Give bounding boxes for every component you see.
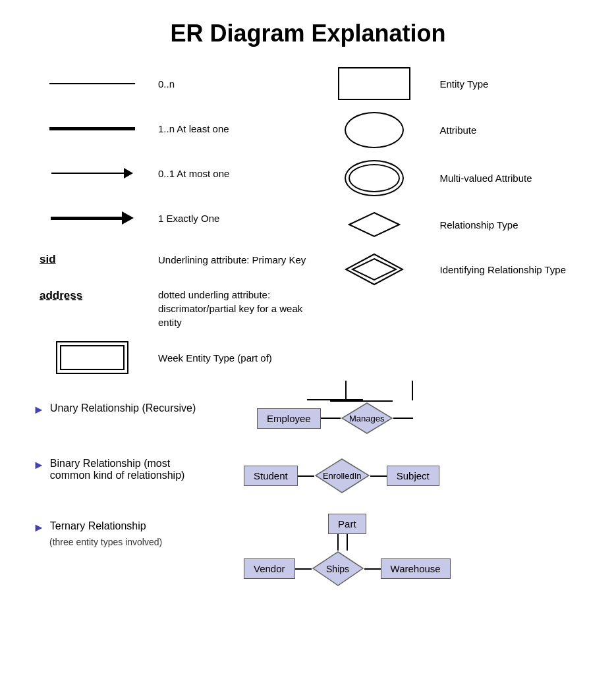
symbol-entity-rect (308, 67, 440, 100)
unary-employee-entity: Employee (257, 408, 321, 429)
unary-bullet: ► (33, 403, 45, 417)
ternary-bullet: ► (33, 521, 45, 535)
ternary-label: ► Ternary Relationship (three entity typ… (33, 514, 217, 547)
label-entity-type: Entity Type (440, 78, 590, 90)
label-one: 1 Exactly One (158, 213, 308, 224)
legend-item-attribute: Attribute (308, 112, 590, 148)
legend-item-entity-type: Entity Type (308, 67, 590, 100)
symbol-ellipse (308, 112, 440, 148)
legend-item-sid: sid Underlining attribute: Primary Key (26, 246, 308, 273)
unary-label: ► Unary Relationship (Recursive) (33, 396, 217, 417)
legend-item-zero-one: 0..1 At most one (26, 157, 308, 190)
symbol-weak-rect (26, 341, 158, 374)
unary-section: ► Unary Relationship (Recursive) (26, 396, 590, 435)
label-weak-entity: Week Entity Type (part of) (158, 352, 308, 364)
symbol-double-diamond (308, 253, 440, 286)
label-relationship: Relationship Type (440, 219, 590, 230)
binary-section: ► Binary Relationship (mostcommon kind o… (26, 451, 590, 494)
ternary-ships-label: Ships (312, 551, 364, 587)
legend-section: 0..n 1..n At least one 0..1 At most one (26, 67, 590, 386)
legend-item-relationship: Relationship Type (308, 208, 590, 241)
legend-item-zero-n: 0..n (26, 67, 308, 100)
binary-student-entity: Student (244, 466, 298, 486)
binary-bullet: ► (33, 458, 45, 472)
svg-marker-0 (349, 213, 399, 236)
label-one-n: 1..n At least one (158, 123, 308, 134)
legend-item-multi-valued: Multi-valued Attribute (308, 160, 590, 196)
binary-enrolledin-label: EnrolledIn (314, 458, 370, 494)
label-sid: Underlining attribute: Primary Key (158, 254, 308, 265)
ternary-vendor-entity: Vendor (244, 558, 295, 579)
ternary-section: ► Ternary Relationship (three entity typ… (26, 514, 590, 587)
label-zero-n: 0..n (158, 78, 308, 90)
ternary-warehouse-entity: Warehouse (381, 558, 451, 579)
symbol-address: address (26, 288, 158, 302)
label-zero-one: 0..1 At most one (158, 168, 308, 179)
legend-left: 0..n 1..n At least one 0..1 At most one (26, 67, 308, 386)
symbol-sid: sid (26, 253, 158, 266)
legend-item-weak-entity: Week Entity Type (part of) (26, 341, 308, 374)
symbol-thin-arrow (26, 168, 158, 178)
address-text: address (40, 289, 82, 302)
legend-item-one-n: 1..n At least one (26, 112, 308, 145)
legend-item-one: 1 Exactly One (26, 202, 308, 234)
unary-label-text: Unary Relationship (Recursive) (50, 402, 196, 414)
ternary-sublabel: (three entity types involved) (33, 537, 217, 547)
sid-text: sid (40, 253, 56, 266)
symbol-double-ellipse (308, 160, 440, 196)
symbol-thick-line (26, 127, 158, 130)
symbol-thin-line (26, 83, 158, 84)
legend-right: Entity Type Attribute Multi-valued Attri… (308, 67, 590, 386)
page-title: ER Diagram Explanation (26, 13, 590, 47)
ternary-diagram: Part Vendor Ships Warehouse (244, 514, 451, 587)
binary-label: ► Binary Relationship (mostcommon kind o… (33, 451, 217, 481)
symbol-thick-arrow (26, 211, 158, 225)
binary-subject-entity: Subject (387, 466, 439, 486)
legend-item-identifying-relationship: Identifying Relationship Type (308, 253, 590, 286)
binary-diagram: Student EnrolledIn Subject (244, 458, 439, 494)
label-address: dotted underling attribute:discrimator/p… (158, 288, 308, 329)
unary-manages-label: Manages (341, 402, 393, 435)
ternary-part-entity: Part (328, 514, 366, 534)
symbol-diamond (308, 211, 440, 238)
label-multi-valued: Multi-valued Attribute (440, 173, 590, 184)
label-attribute: Attribute (440, 124, 590, 136)
legend-item-address: address dotted underling attribute:discr… (26, 284, 308, 329)
ternary-label-text: Ternary Relationship (50, 520, 146, 532)
label-identifying-relationship: Identifying Relationship Type (440, 264, 590, 275)
binary-label-text: Binary Relationship (mostcommon kind of … (50, 458, 185, 481)
unary-diagram: Employee Manages (257, 399, 413, 435)
